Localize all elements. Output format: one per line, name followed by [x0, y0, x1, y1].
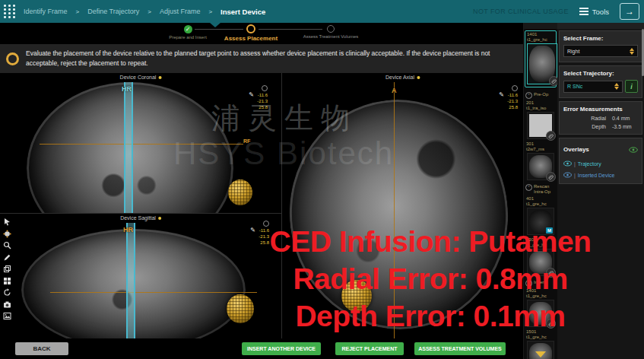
select-trajectory-panel: Select Trajectory: R SNc i [559, 65, 642, 98]
viewport-title-sagittal[interactable]: Device Sagittal [120, 215, 161, 221]
orientation-label: HR [123, 226, 133, 234]
app-menu-grid-icon[interactable] [4, 5, 16, 18]
watermark-cn: 浦灵生物 [211, 99, 357, 138]
eye-icon[interactable] [563, 172, 572, 179]
clinical-usage-warning: NOT FOR CLINICAL USAGE [473, 8, 569, 15]
series-thumbnail[interactable]: 301 t2w7_ms [524, 141, 557, 182]
annotation-line: Depth Error: 0.1mm [251, 297, 610, 335]
footer-bar: BACK INSERT ANOTHER DEVICE REJECT PLACEM… [0, 338, 523, 359]
hamburger-icon [579, 8, 588, 15]
step-assess-treatment-volumes[interactable]: Assess Treatment Volumes [292, 25, 370, 39]
viewport-menu-dot-icon [158, 217, 161, 220]
spinner-arrows-icon [630, 48, 634, 55]
tools-menu[interactable]: Tools [579, 8, 609, 16]
pencil-icon[interactable] [3, 253, 11, 262]
step-active-ring-icon [246, 24, 255, 33]
grid-layout-icon[interactable] [3, 277, 11, 285]
cursor-icon[interactable] [3, 218, 11, 226]
treatment-volume-mesh-sphere [228, 180, 252, 205]
arrow-right-icon: → [625, 6, 634, 17]
breadcrumb-separator: > [76, 8, 80, 15]
viewport-title-coronal[interactable]: Device Coronal [120, 75, 162, 80]
application-window: Identify Frame > Define Trajectory > Adj… [0, 0, 644, 359]
back-button[interactable]: BACK [15, 342, 68, 355]
trajectory-dropdown[interactable]: R SNc [563, 81, 623, 93]
step-pending-ring-icon [327, 25, 335, 33]
eye-icon[interactable] [563, 160, 572, 167]
viewport-menu-dot-icon [417, 76, 420, 79]
strip-header-bar [524, 23, 557, 29]
paperclip-icon[interactable] [549, 76, 557, 86]
image-icon[interactable] [3, 312, 11, 320]
layers-icon[interactable] [3, 265, 11, 273]
crosshair-horizontal-line [50, 292, 257, 293]
reject-placement-button[interactable]: REJECT PLACEMENT [335, 342, 404, 355]
annotation-line: Radial Error: 0.8mm [251, 260, 610, 297]
edit-pencil-icon[interactable]: ✎ [499, 92, 504, 98]
error-measurements-panel: Error Measurements Radial 0.4 mm Depth -… [559, 101, 642, 135]
nav-identify-frame[interactable]: Identify Frame [24, 8, 68, 15]
exit-button[interactable]: → [620, 3, 639, 20]
camera-icon[interactable] [3, 300, 11, 309]
trajectory-info-button[interactable]: i [625, 80, 638, 93]
target-icon [262, 85, 268, 91]
assess-treatment-volumes-button[interactable]: ASSESS TREATMENT VOLUMES [414, 342, 506, 355]
orientation-label: HR [122, 85, 132, 93]
active-tab-notch [210, 23, 220, 27]
nav-define-trajectory[interactable]: Define Trajectory [87, 8, 139, 15]
treatment-volume-mesh-sphere [227, 294, 254, 323]
overlay-item-trajectory: | Trajectory [563, 160, 638, 167]
watermark-en: HSYS Biotech [173, 135, 394, 172]
viewport-menu-dot-icon [158, 76, 161, 79]
breadcrumb-separator: > [148, 8, 151, 15]
trajectory-overlay-line [124, 82, 133, 214]
rotate-icon[interactable] [3, 288, 11, 297]
instruction-text: Evaluate the placement of the device rel… [26, 49, 514, 68]
overlays-master-eye-icon[interactable] [629, 142, 638, 156]
radial-error-row: Radial 0.4 mm [563, 116, 638, 121]
pan-target-icon[interactable] [3, 230, 11, 238]
breadcrumb-separator: > [208, 8, 212, 15]
viewport-device-sagittal[interactable]: Device Sagittal HR ✎ -11.6 -21.3 25.8 [0, 214, 282, 338]
select-frame-panel: Select Frame: Right [559, 30, 642, 62]
top-workflow-bar: Identify Frame > Define Trajectory > Adj… [0, 0, 644, 23]
nav-insert-device[interactable]: Insert Device [220, 8, 265, 16]
series-section-rescan-intraop[interactable]: ⌃ Rescan Intra-Op [524, 182, 557, 195]
workflow-breadcrumb: Identify Frame > Define Trajectory > Adj… [24, 8, 265, 16]
error-measurements-title: Error Measurements [563, 106, 638, 113]
target-icon [512, 85, 518, 91]
series-section-preop[interactable]: ⌃ Pre-Op [524, 90, 557, 100]
viewport-title-axial[interactable]: Device Axial [385, 75, 420, 80]
info-ring-icon [6, 52, 19, 65]
depth-error-row: Depth -3.5 mm [563, 124, 638, 129]
zoom-magnifier-icon[interactable] [3, 241, 11, 249]
red-annotation-overlay: CED Infusion: Putamen Radial Error: 0.8m… [251, 223, 610, 335]
orientation-label: A [392, 87, 397, 94]
viewport-tool-strip [1, 218, 13, 320]
frame-dropdown[interactable]: Right [563, 45, 638, 57]
collapse-caret-icon: ⌃ [525, 92, 532, 99]
overlays-title: Overlays [563, 146, 589, 153]
sidebar-header-bar [557, 23, 644, 29]
paperclip-icon[interactable] [546, 131, 556, 141]
target-coordinates: ✎ -11.6 -21.3 25.8 [507, 85, 518, 110]
step-assess-placement[interactable]: Assess Placement [213, 24, 289, 42]
overlays-panel: Overlays | Trajectory | Inserted Device [559, 138, 642, 184]
collapse-caret-icon: ⌃ [525, 184, 532, 191]
trajectory-overlay-line [126, 223, 135, 338]
annotation-line: CED Infusion: Putamen [251, 223, 610, 260]
strip-scroll-down-arrow[interactable] [535, 351, 546, 357]
select-trajectory-label: Select Trajectory: [563, 70, 638, 77]
nav-adjust-frame[interactable]: Adjust Frame [160, 8, 201, 15]
spinner-arrows-icon [614, 83, 619, 90]
select-frame-label: Select Frame: [563, 35, 638, 42]
paperclip-icon[interactable] [546, 172, 556, 182]
sub-steps-bar: ✓ Prepare and Insert Assess Placement As… [0, 23, 523, 44]
edit-pencil-icon[interactable]: ✎ [249, 92, 254, 98]
series-thumbnail[interactable]: 1401 t1_gre_hc [525, 30, 557, 87]
overlay-item-inserted-device: | Inserted Device [563, 172, 638, 179]
series-thumbnail[interactable]: 201 t1_tra_iso [524, 100, 557, 141]
insert-another-device-button[interactable]: INSERT ANOTHER DEVICE [242, 342, 321, 355]
instruction-bar: Evaluate the placement of the device rel… [0, 44, 523, 73]
step-done-check-icon: ✓ [184, 25, 192, 33]
